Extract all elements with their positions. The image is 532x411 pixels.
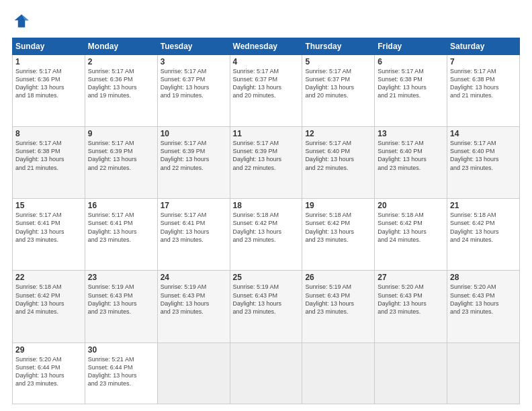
header [12, 12, 520, 31]
day-info: Sunrise: 5:20 AM Sunset: 6:43 PM Dayligh… [378, 283, 444, 316]
calendar-cell: 18Sunrise: 5:18 AM Sunset: 6:42 PM Dayli… [230, 199, 302, 271]
calendar-cell: 22Sunrise: 5:18 AM Sunset: 6:42 PM Dayli… [13, 271, 85, 342]
calendar-cell: 10Sunrise: 5:17 AM Sunset: 6:39 PM Dayli… [157, 127, 230, 199]
day-info: Sunrise: 5:17 AM Sunset: 6:41 PM Dayligh… [15, 211, 82, 244]
calendar-cell: 2Sunrise: 5:17 AM Sunset: 6:36 PM Daylig… [85, 55, 157, 127]
day-number: 11 [233, 129, 300, 138]
day-number: 7 [450, 57, 517, 66]
day-number: 5 [305, 57, 371, 66]
day-number: 28 [450, 273, 517, 282]
calendar-table: SundayMondayTuesdayWednesdayThursdayFrid… [12, 38, 520, 404]
day-number: 15 [15, 201, 82, 210]
day-number: 24 [161, 273, 227, 282]
calendar-cell [447, 342, 520, 404]
calendar-cell [302, 342, 375, 404]
calendar-cell: 15Sunrise: 5:17 AM Sunset: 6:41 PM Dayli… [13, 199, 85, 271]
day-number: 29 [15, 345, 82, 355]
day-number: 14 [450, 129, 517, 138]
calendar-cell: 28Sunrise: 5:20 AM Sunset: 6:43 PM Dayli… [447, 271, 520, 342]
day-number: 9 [88, 129, 154, 138]
day-info: Sunrise: 5:17 AM Sunset: 6:36 PM Dayligh… [15, 67, 82, 100]
calendar-cell: 9Sunrise: 5:17 AM Sunset: 6:39 PM Daylig… [85, 127, 157, 199]
day-info: Sunrise: 5:20 AM Sunset: 6:44 PM Dayligh… [15, 355, 82, 388]
day-info: Sunrise: 5:17 AM Sunset: 6:37 PM Dayligh… [161, 67, 227, 100]
calendar-cell: 26Sunrise: 5:19 AM Sunset: 6:43 PM Dayli… [302, 271, 375, 342]
calendar-cell: 24Sunrise: 5:19 AM Sunset: 6:43 PM Dayli… [157, 271, 230, 342]
day-number: 21 [450, 201, 517, 210]
day-number: 23 [88, 273, 154, 282]
day-info: Sunrise: 5:17 AM Sunset: 6:39 PM Dayligh… [233, 139, 300, 172]
calendar-cell: 27Sunrise: 5:20 AM Sunset: 6:43 PM Dayli… [375, 271, 447, 342]
day-number: 4 [233, 57, 300, 66]
day-number: 19 [305, 201, 371, 210]
day-info: Sunrise: 5:17 AM Sunset: 6:38 PM Dayligh… [450, 67, 517, 100]
day-info: Sunrise: 5:17 AM Sunset: 6:38 PM Dayligh… [378, 67, 444, 100]
day-info: Sunrise: 5:17 AM Sunset: 6:41 PM Dayligh… [161, 211, 227, 244]
calendar-header-friday: Friday [375, 38, 447, 55]
day-info: Sunrise: 5:17 AM Sunset: 6:40 PM Dayligh… [305, 139, 371, 172]
calendar-cell: 29Sunrise: 5:20 AM Sunset: 6:44 PM Dayli… [13, 342, 85, 404]
day-info: Sunrise: 5:19 AM Sunset: 6:43 PM Dayligh… [305, 283, 371, 316]
calendar-cell: 5Sunrise: 5:17 AM Sunset: 6:37 PM Daylig… [302, 55, 375, 127]
logo-icon [12, 12, 31, 31]
calendar-cell [375, 342, 447, 404]
day-info: Sunrise: 5:17 AM Sunset: 6:40 PM Dayligh… [378, 139, 444, 172]
day-number: 6 [378, 57, 444, 66]
day-info: Sunrise: 5:17 AM Sunset: 6:37 PM Dayligh… [305, 67, 371, 100]
calendar-cell: 3Sunrise: 5:17 AM Sunset: 6:37 PM Daylig… [157, 55, 230, 127]
calendar-cell: 20Sunrise: 5:18 AM Sunset: 6:42 PM Dayli… [375, 199, 447, 271]
day-info: Sunrise: 5:19 AM Sunset: 6:43 PM Dayligh… [88, 283, 154, 316]
calendar-cell: 4Sunrise: 5:17 AM Sunset: 6:37 PM Daylig… [230, 55, 302, 127]
day-info: Sunrise: 5:17 AM Sunset: 6:38 PM Dayligh… [15, 139, 82, 172]
day-info: Sunrise: 5:18 AM Sunset: 6:42 PM Dayligh… [15, 283, 82, 316]
calendar-header-sunday: Sunday [13, 38, 85, 55]
day-number: 30 [88, 345, 154, 355]
day-number: 2 [88, 57, 154, 66]
calendar-header-saturday: Saturday [447, 38, 520, 55]
calendar-header-monday: Monday [85, 38, 157, 55]
day-number: 27 [378, 273, 444, 282]
calendar-header-wednesday: Wednesday [230, 38, 302, 55]
day-number: 3 [161, 57, 227, 66]
page: SundayMondayTuesdayWednesdayThursdayFrid… [0, 0, 532, 411]
day-number: 18 [233, 201, 300, 210]
day-number: 25 [233, 273, 300, 282]
calendar-cell [230, 342, 302, 404]
day-number: 20 [378, 201, 444, 210]
calendar-cell: 6Sunrise: 5:17 AM Sunset: 6:38 PM Daylig… [375, 55, 447, 127]
calendar-cell: 13Sunrise: 5:17 AM Sunset: 6:40 PM Dayli… [375, 127, 447, 199]
calendar-header-tuesday: Tuesday [157, 38, 230, 55]
day-number: 10 [161, 129, 227, 138]
calendar-header-row: SundayMondayTuesdayWednesdayThursdayFrid… [13, 38, 520, 55]
day-number: 17 [161, 201, 227, 210]
day-number: 12 [305, 129, 371, 138]
calendar-cell: 30Sunrise: 5:21 AM Sunset: 6:44 PM Dayli… [85, 342, 157, 404]
calendar-cell [157, 342, 230, 404]
day-info: Sunrise: 5:17 AM Sunset: 6:41 PM Dayligh… [88, 211, 154, 244]
day-info: Sunrise: 5:17 AM Sunset: 6:36 PM Dayligh… [88, 67, 154, 100]
calendar-cell: 7Sunrise: 5:17 AM Sunset: 6:38 PM Daylig… [447, 55, 520, 127]
calendar-cell: 23Sunrise: 5:19 AM Sunset: 6:43 PM Dayli… [85, 271, 157, 342]
day-info: Sunrise: 5:17 AM Sunset: 6:37 PM Dayligh… [233, 67, 300, 100]
calendar-cell: 12Sunrise: 5:17 AM Sunset: 6:40 PM Dayli… [302, 127, 375, 199]
day-number: 26 [305, 273, 371, 282]
calendar-cell: 8Sunrise: 5:17 AM Sunset: 6:38 PM Daylig… [13, 127, 85, 199]
day-info: Sunrise: 5:21 AM Sunset: 6:44 PM Dayligh… [88, 355, 154, 388]
calendar-cell: 16Sunrise: 5:17 AM Sunset: 6:41 PM Dayli… [85, 199, 157, 271]
calendar-cell: 11Sunrise: 5:17 AM Sunset: 6:39 PM Dayli… [230, 127, 302, 199]
day-info: Sunrise: 5:18 AM Sunset: 6:42 PM Dayligh… [305, 211, 371, 244]
calendar-cell: 25Sunrise: 5:19 AM Sunset: 6:43 PM Dayli… [230, 271, 302, 342]
day-info: Sunrise: 5:18 AM Sunset: 6:42 PM Dayligh… [378, 211, 444, 244]
day-number: 8 [15, 129, 82, 138]
day-info: Sunrise: 5:17 AM Sunset: 6:40 PM Dayligh… [450, 139, 517, 172]
calendar-cell: 1Sunrise: 5:17 AM Sunset: 6:36 PM Daylig… [13, 55, 85, 127]
calendar-cell: 19Sunrise: 5:18 AM Sunset: 6:42 PM Dayli… [302, 199, 375, 271]
day-info: Sunrise: 5:19 AM Sunset: 6:43 PM Dayligh… [233, 283, 300, 316]
day-number: 22 [15, 273, 82, 282]
day-info: Sunrise: 5:18 AM Sunset: 6:42 PM Dayligh… [233, 211, 300, 244]
day-info: Sunrise: 5:18 AM Sunset: 6:42 PM Dayligh… [450, 211, 517, 244]
day-number: 1 [15, 57, 82, 66]
day-info: Sunrise: 5:20 AM Sunset: 6:43 PM Dayligh… [450, 283, 517, 316]
day-number: 13 [378, 129, 444, 138]
day-info: Sunrise: 5:17 AM Sunset: 6:39 PM Dayligh… [88, 139, 154, 172]
